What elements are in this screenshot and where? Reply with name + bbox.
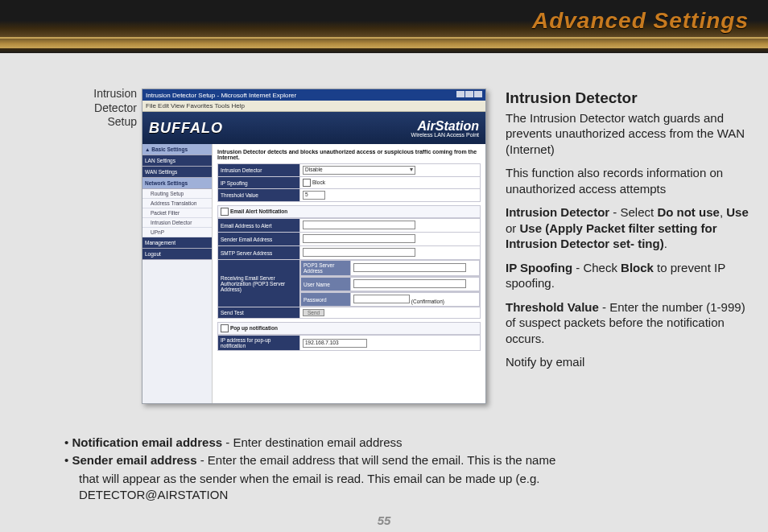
form-description: Intrusion Detector detects and blocks un… [217, 149, 481, 160]
sidebar-sub-address[interactable]: Address Translation [142, 199, 212, 208]
popup-table: IP address for pop-up notification 192.1… [217, 335, 481, 351]
sidebar-lan[interactable]: LAN Settings [142, 155, 212, 167]
ipspoof-checkbox[interactable] [303, 179, 311, 187]
popup-section: Pop up notification [217, 322, 481, 335]
email-section-label: Email Alert Notification [230, 208, 287, 214]
row-emailfrom-label: Sender Email Address [218, 233, 300, 246]
screenshot-body: ▲ Basic Settings LAN Settings WAN Settin… [142, 144, 485, 404]
smtp-input[interactable] [303, 248, 415, 257]
row-intrusion-label: Intrusion Detector [218, 164, 300, 177]
right-p2: This function also records information o… [506, 165, 750, 196]
sidebar-basic[interactable]: ▲ Basic Settings [142, 144, 212, 155]
bl1c: - Enter destination email address [222, 435, 402, 449]
sidebar-logout[interactable]: Logout [142, 249, 212, 260]
sidebar-sub-routing[interactable]: Routing Setup [142, 189, 212, 199]
r-b2a: IP Spoofing [506, 261, 572, 274]
sidebar-sub-packet[interactable]: Packet Filter [142, 208, 212, 218]
right-block1: Intrusion Detector - Select Do not use, … [506, 204, 750, 252]
bottom-line4: DETECTOR@AIRSTATION [64, 487, 725, 503]
popup-enable-checkbox[interactable] [221, 324, 229, 332]
ipspoof-text: Block [312, 179, 325, 185]
user-input[interactable] [353, 279, 466, 288]
right-column: Intrusion Detector The Intrusion Detecto… [506, 89, 750, 378]
popupip-input[interactable]: 192.168.7.103 [303, 339, 367, 348]
row-emailto-label: Email Address to Alert [218, 219, 300, 233]
right-heading: Intrusion Detector [506, 89, 750, 109]
row-ipspoof-label: IP Spoofing [218, 177, 300, 189]
r-b2c: Block [621, 261, 654, 274]
sidebar-sub-intrusion[interactable]: Intrusion Detector [142, 218, 212, 228]
r-b1f: or [506, 221, 520, 235]
header-rule-light [0, 37, 768, 39]
brand-right: AirStation Wireless LAN Access Point [411, 119, 479, 138]
email-section: Email Alert Notification [217, 205, 481, 218]
row-popupip-label: IP address for pop-up notification [218, 336, 300, 351]
send-button[interactable]: Send [303, 309, 324, 316]
r-b1h: . [664, 237, 667, 250]
email-table: Email Address to Alert Sender Email Addr… [217, 218, 481, 319]
right-block2: IP Spoofing - Check Block to prevent IP … [506, 260, 750, 291]
pass-input[interactable] [353, 295, 410, 303]
settings-table: Intrusion Detector Disable IP Spoofing B… [217, 163, 481, 202]
browser-title: Intrusion Detector Setup - Microsoft Int… [146, 92, 296, 99]
r-b1d: , [720, 205, 726, 219]
r-b1g: Use (Apply Packet filter setting for Int… [506, 221, 717, 251]
brand-left: BUFFALO [149, 120, 223, 137]
row-sendtest-label: Send Test [218, 307, 300, 319]
browser-menubar: File Edit View Favorites Tools Help [142, 101, 485, 112]
bl1a: • [64, 435, 72, 449]
sidebar-network[interactable]: Network Settings [142, 178, 212, 189]
popup-section-label: Pop up notification [230, 325, 278, 331]
sidebar: ▲ Basic Settings LAN Settings WAN Settin… [142, 144, 213, 404]
row-smtp-label: SMTP Server Address [218, 246, 300, 260]
brand-right-big: AirStation [418, 119, 479, 133]
bottom-text: • Notification email address - Enter des… [64, 435, 725, 503]
row-threshold-value: 5 [300, 189, 481, 202]
right-block3: Threshold Value - Enter the number (1-99… [506, 299, 750, 347]
bl2c: - Enter the email address that will send… [197, 453, 556, 467]
bl2b: Sender email address [72, 453, 196, 467]
email-enable-checkbox[interactable] [221, 208, 229, 216]
bl2a: • [64, 453, 72, 467]
right-p1: The Intrusion Detector watch guards and … [506, 110, 750, 158]
r-b1b: - Select [609, 205, 657, 219]
header-rule-dark [0, 48, 768, 53]
right-block4: Notify by email [506, 354, 750, 370]
row-pass-label: Password [301, 293, 351, 307]
r-b1e: Use [726, 205, 749, 219]
row-pop3-label: POP3 Server Address [301, 261, 351, 276]
page-number: 55 [0, 513, 768, 527]
sidebar-management[interactable]: Management [142, 237, 212, 249]
r-b1a: Intrusion Detector [506, 205, 609, 219]
form-area: Intrusion Detector detects and blocks un… [213, 144, 485, 404]
screenshot: Intrusion Detector Setup - Microsoft Int… [142, 89, 486, 404]
r-b2b: - Check [572, 261, 621, 274]
row-threshold-label: Threshold Value [218, 189, 300, 202]
row-ipspoof-value: Block [300, 177, 481, 189]
brand-right-small: Wireless LAN Access Point [411, 132, 479, 138]
threshold-input[interactable]: 5 [303, 191, 325, 200]
pop3-input[interactable] [353, 263, 466, 272]
row-intrusion-value: Disable [300, 164, 481, 177]
sidebar-wan[interactable]: WAN Settings [142, 167, 212, 178]
bottom-line2: • Sender email address - Enter the email… [64, 452, 725, 468]
screenshot-caption: Intrusion Detector Setup [64, 87, 137, 130]
r-b3a: Threshold Value [506, 300, 599, 314]
pass-confirm-label: (Confirmation) [411, 299, 444, 304]
sidebar-sub-upnp[interactable]: UPnP [142, 228, 212, 237]
r-b1c: Do not use [657, 205, 720, 219]
row-auth-group: Receiving Email Server Authorization (PO… [218, 260, 300, 307]
page-title: Advanced Settings [532, 8, 749, 34]
bottom-line1: • Notification email address - Enter des… [64, 435, 725, 451]
window-buttons [456, 91, 482, 99]
brand-band: BUFFALO AirStation Wireless LAN Access P… [142, 112, 485, 144]
bl1b: Notification email address [72, 435, 222, 449]
emailfrom-input[interactable] [303, 234, 415, 243]
emailto-input[interactable] [303, 221, 415, 229]
row-user-label: User Name [301, 278, 351, 291]
browser-titlebar: Intrusion Detector Setup - Microsoft Int… [142, 89, 485, 101]
intrusion-select[interactable]: Disable [303, 166, 415, 175]
manual-page: Advanced Settings Intrusion Detector Set… [0, 0, 768, 532]
bottom-line3: that will appear as the sender when the … [64, 471, 725, 487]
